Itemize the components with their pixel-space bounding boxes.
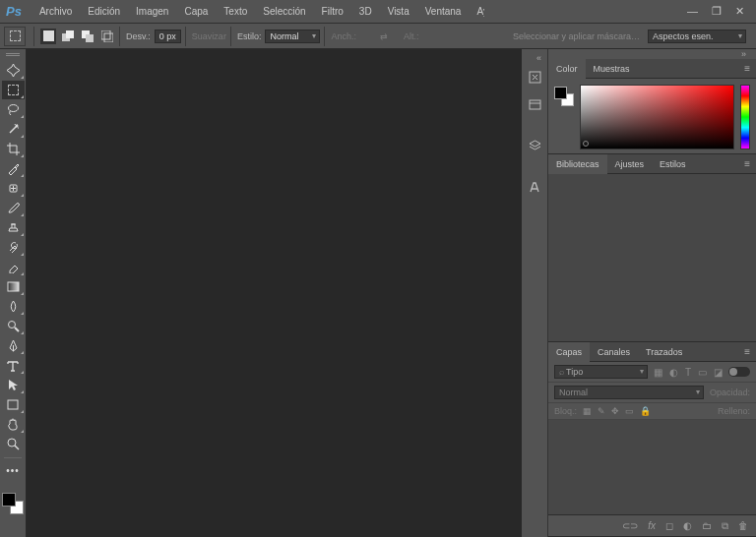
layer-list[interactable] (548, 420, 756, 514)
mini-foreground-swatch[interactable] (554, 87, 567, 99)
menu-filtro[interactable]: Filtro (314, 6, 351, 17)
menu-capa[interactable]: Capa (176, 6, 216, 17)
healing-brush-tool-icon[interactable] (2, 179, 25, 198)
edit-toolbar-icon[interactable]: ••• (2, 461, 25, 480)
workspace-select[interactable]: Aspectos esen. (648, 30, 746, 43)
tab-muestras[interactable]: Muestras (586, 59, 638, 79)
menu-seleccion[interactable]: Selección (255, 6, 313, 17)
move-tool-icon[interactable] (2, 61, 25, 80)
antialias-label: Suavizar (192, 31, 226, 41)
magic-wand-tool-icon[interactable] (2, 120, 25, 139)
width-label: Anch.: (331, 31, 356, 41)
libraries-panel-menu-icon[interactable]: ≡ (738, 158, 756, 169)
toolbox-grip[interactable] (3, 53, 23, 59)
clone-stamp-tool-icon[interactable] (2, 218, 25, 237)
color-mini-swatches[interactable] (554, 87, 574, 106)
layers-panel: Capas Canales Trazados ≡ Tipo ▦ ◐ T ▭ ◪ … (548, 342, 756, 537)
lock-label: Bloq.: (554, 406, 577, 416)
strip-collapse-icon[interactable]: « (533, 53, 545, 63)
panels-collapse-icon[interactable]: » (737, 49, 750, 59)
menu-ayuda[interactable]: Ayuda (469, 6, 484, 17)
refine-mask-button[interactable]: Seleccionar y aplicar máscara… (507, 31, 646, 41)
selection-subtract-icon[interactable] (80, 29, 95, 44)
new-group-icon[interactable]: 🗀 (702, 520, 712, 531)
svg-rect-6 (104, 33, 113, 42)
style-select[interactable]: Normal (265, 30, 320, 43)
history-brush-tool-icon[interactable] (2, 238, 25, 257)
layer-mask-icon[interactable]: ◻ (665, 520, 673, 531)
lock-brush-icon[interactable]: ✎ (598, 406, 605, 416)
lock-artboard-icon[interactable]: ▭ (625, 406, 634, 416)
canvas-area[interactable] (27, 49, 522, 537)
active-tool-icon[interactable] (4, 27, 26, 46)
marquee-tool-icon[interactable] (2, 81, 25, 99)
svg-rect-2 (66, 30, 74, 38)
color-panel-menu-icon[interactable]: ≡ (738, 63, 756, 74)
svg-rect-12 (8, 400, 18, 409)
layers-panel-menu-icon[interactable]: ≡ (738, 346, 756, 357)
properties-panel-icon[interactable] (524, 93, 545, 115)
menu-edicion[interactable]: Edición (80, 6, 128, 17)
selection-intersect-icon[interactable] (99, 29, 115, 44)
close-icon[interactable]: ✕ (735, 5, 744, 18)
filter-toggle[interactable] (728, 367, 750, 377)
tab-bibliotecas[interactable]: Bibliotecas (548, 154, 607, 174)
tab-estilos[interactable]: Estilos (652, 154, 694, 174)
filter-type-icon[interactable]: T (685, 367, 691, 378)
filter-smart-icon[interactable]: ◪ (714, 367, 723, 378)
eyedropper-tool-icon[interactable] (2, 159, 25, 178)
menu-vista[interactable]: Vista (380, 6, 417, 17)
filter-shape-icon[interactable]: ▭ (698, 367, 707, 378)
lock-position-icon[interactable]: ✥ (611, 406, 619, 416)
tab-ajustes[interactable]: Ajustes (607, 154, 653, 174)
menu-archivo[interactable]: Archivo (32, 6, 80, 17)
menu-texto[interactable]: Texto (216, 6, 255, 17)
gradient-tool-icon[interactable] (2, 277, 25, 296)
color-picker-area[interactable] (580, 85, 734, 149)
tab-capas[interactable]: Capas (548, 342, 590, 362)
menu-imagen[interactable]: Imagen (128, 6, 176, 17)
lock-all-icon[interactable]: 🔒 (640, 406, 651, 416)
feather-input[interactable]: 0 px (155, 30, 181, 43)
blend-mode-select[interactable]: Normal (554, 386, 704, 399)
blur-tool-icon[interactable] (2, 297, 25, 316)
tab-color[interactable]: Color (548, 59, 586, 79)
path-selection-tool-icon[interactable] (2, 376, 25, 394)
filter-adjust-icon[interactable]: ◐ (669, 367, 678, 378)
rectangle-tool-icon[interactable] (2, 395, 25, 414)
selection-add-icon[interactable] (60, 29, 76, 44)
tab-canales[interactable]: Canales (590, 342, 638, 362)
app-logo: Ps (6, 4, 22, 19)
layers-panel-icon[interactable] (524, 135, 545, 156)
character-panel-icon[interactable] (524, 176, 545, 198)
brush-tool-icon[interactable] (2, 199, 25, 217)
filter-pixel-icon[interactable]: ▦ (654, 367, 662, 378)
zoom-tool-icon[interactable] (2, 435, 25, 453)
lock-pixels-icon[interactable]: ▦ (583, 406, 592, 416)
adjustment-layer-icon[interactable]: ◐ (683, 520, 692, 531)
eraser-tool-icon[interactable] (2, 258, 25, 276)
new-layer-icon[interactable]: ⧉ (722, 520, 728, 532)
lasso-tool-icon[interactable] (2, 100, 25, 119)
hand-tool-icon[interactable] (2, 415, 25, 434)
link-layers-icon[interactable]: ⊂⊃ (622, 520, 638, 531)
maximize-icon[interactable]: ❐ (712, 5, 722, 18)
crop-tool-icon[interactable] (2, 140, 25, 158)
layer-fx-icon[interactable]: fx (648, 520, 656, 531)
color-swatches[interactable] (2, 493, 24, 514)
history-panel-icon[interactable] (524, 66, 545, 88)
type-tool-icon[interactable] (2, 356, 25, 375)
menu-ventana[interactable]: Ventana (417, 6, 470, 17)
panel-strip: « (522, 49, 548, 537)
dodge-tool-icon[interactable] (2, 317, 25, 335)
hue-slider[interactable] (740, 85, 750, 149)
menu-3d[interactable]: 3D (351, 6, 380, 17)
delete-layer-icon[interactable]: 🗑 (738, 520, 748, 531)
selection-new-icon[interactable] (40, 29, 56, 44)
foreground-swatch[interactable] (2, 493, 16, 507)
tab-trazados[interactable]: Trazados (638, 342, 690, 362)
layer-filter-select[interactable]: Tipo (554, 365, 648, 379)
pen-tool-icon[interactable] (2, 336, 25, 355)
svg-rect-0 (43, 30, 54, 41)
minimize-icon[interactable]: — (687, 5, 698, 18)
